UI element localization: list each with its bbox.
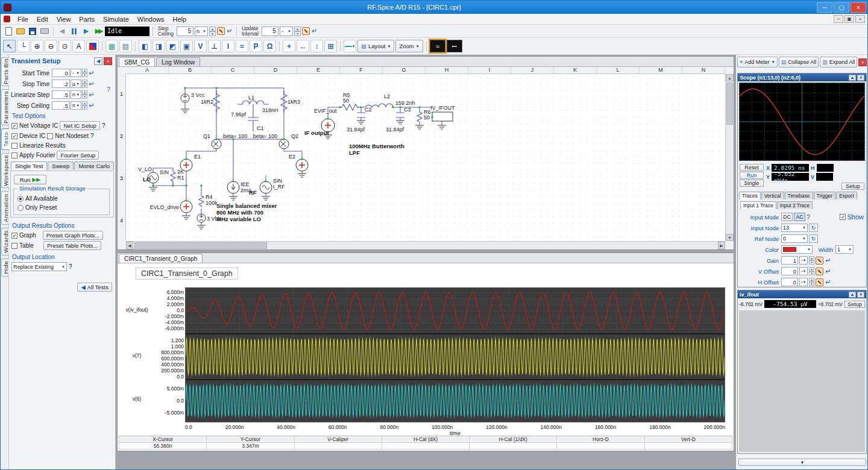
zoom-dropdown[interactable]: Zoom▼ [395,40,423,52]
pause-icon[interactable] [69,26,80,37]
maximize-button[interactable]: ▢ [834,2,849,13]
v-offset-stepper[interactable]: ▲▼ [809,267,814,275]
ifout-setup-button[interactable]: Setup [844,301,865,308]
tab-vertical[interactable]: Vertical [761,192,784,199]
h-offset-input[interactable]: 0 [781,278,798,286]
scroll-thumb[interactable] [134,242,267,249]
linearize-results-checkbox[interactable] [11,143,17,149]
apply-fourier-checkbox[interactable] [11,152,17,158]
scroll-down-icon[interactable]: ▼ [726,234,734,241]
scroll-thumb[interactable] [726,83,733,125]
add-meter-button[interactable]: +Add Meter▼ [737,57,778,67]
ground-tool-icon[interactable]: ⊥ [208,40,221,52]
panel-scroll-down-button[interactable]: ▼ [738,459,866,466]
tab-input1-trace[interactable]: Input 1 Trace [740,201,776,209]
linearize-step-input[interactable]: .5 [52,90,70,99]
graph-checkbox[interactable]: ✓ [11,233,17,239]
impedance-tool-icon[interactable]: Ω [263,40,276,52]
save-icon[interactable] [27,26,38,37]
h-offset-unit-dropdown[interactable]: -▼ [799,278,808,286]
mdi-restore-icon[interactable]: ▣ [844,15,854,23]
scope-display-button[interactable]: ≈ [430,40,445,52]
align-horizontal-icon[interactable]: ↔ [297,40,309,52]
preset-graph-plots-button[interactable]: Preset Graph Plots... [43,231,103,240]
tab-sweep[interactable]: Sweep [48,161,74,170]
sidebar-tab-animation[interactable]: Animation [1,191,9,225]
color-tool-icon[interactable] [86,40,99,52]
apply-icon[interactable]: ↵ [311,27,318,35]
stop-time-unit-dropdown[interactable]: µ▼ [71,80,81,88]
zoom-window-icon[interactable]: ⊙ [58,40,71,52]
fourier-setup-button[interactable]: Fourier Setup [57,151,99,160]
scroll-right-icon[interactable]: ▶ [718,242,725,249]
step-ceiling-unit-dropdown[interactable]: n▼ [195,27,208,36]
device-ic-checkbox[interactable]: ✓ [11,133,17,139]
tab-single-test[interactable]: Single Test [11,161,47,170]
menu-item[interactable]: Parts [75,15,99,24]
help-text[interactable]: ? [102,122,105,129]
v-offset-input[interactable]: 0 [781,267,798,275]
net-nodeset-checkbox[interactable] [47,133,53,139]
randomize-icon[interactable] [302,27,310,35]
show-checkbox[interactable]: ✓ [840,214,846,220]
plot-area[interactable] [185,287,725,422]
meter-display-button[interactable]: ••• [447,40,462,52]
sidebar-tab-hide[interactable]: Hide [1,258,9,277]
stop-time-stepper[interactable]: ▲▼ [82,80,87,88]
collapse-all-button[interactable]: ▤Collapse All [779,57,819,67]
apply-icon[interactable]: ↵ [825,268,832,275]
help-text[interactable]: ? [807,213,810,221]
gain-input[interactable]: 1 [781,256,798,265]
scope-setup-button[interactable]: Setup [841,183,864,190]
tab-log-window[interactable]: Log Window [156,57,200,66]
menu-item[interactable]: View [52,15,75,24]
step-back-icon[interactable]: ◀ [57,26,68,37]
close-icon[interactable]: × [857,292,864,298]
linearize-step-stepper[interactable]: ▲▼ [82,90,87,99]
collapse-icon[interactable]: ▲ [849,75,856,81]
apply-icon[interactable]: ↵ [88,69,95,77]
text-tool-icon[interactable]: A [72,40,85,52]
grid-toggle-icon[interactable]: ▦ [105,40,118,52]
close-meter-panel-icon[interactable]: × [858,58,867,66]
mdi-minimize-icon[interactable]: ─ [834,15,843,23]
select-tool-icon[interactable]: ↖ [3,40,16,52]
output-location-dropdown[interactable]: Replace Existing▼ [11,262,67,271]
distribute-icon[interactable]: ⊞ [324,40,337,52]
sidebar-tab-tests[interactable]: Tests [1,128,9,150]
tab-timebase[interactable]: Timebase [785,192,813,199]
close-icon[interactable]: × [857,75,864,81]
expand-all-button[interactable]: ▥Expand All [820,57,857,67]
refresh-icon[interactable]: ↻ [809,224,818,232]
play-icon[interactable]: ▶ [81,26,92,37]
step-ceiling-input[interactable]: 5 [177,27,193,36]
sidebar-tab-parts-bin[interactable]: Parts Bin [1,57,9,86]
align-vertical-icon[interactable]: ↕ [310,40,323,52]
wire-tool-icon[interactable]: └ [17,40,30,52]
menu-item[interactable]: Windows [133,15,169,24]
apply-icon[interactable]: ↵ [226,27,233,35]
h-offset-stepper[interactable]: ▲▼ [809,278,814,286]
run-button[interactable]: Run▶▶ [14,175,46,184]
start-time-input[interactable]: 0 [52,69,70,77]
sidebar-tab-workspace[interactable]: Workspace [1,153,9,188]
v-offset-unit-dropdown[interactable]: -▼ [799,267,808,275]
tab-traces[interactable]: Traces [739,192,761,199]
mdi-close-icon[interactable]: × [855,15,865,23]
help-text[interactable]: ? [107,86,110,93]
net-label-tool-icon[interactable]: ◩ [166,40,179,52]
update-interval-unit-dropdown[interactable]: -▼ [280,27,293,36]
randomize-icon[interactable] [816,268,823,275]
node-tool-icon[interactable]: ◨ [153,40,165,52]
sidebar-tab-parameters[interactable]: Parameters [1,89,9,125]
step-ceiling-input[interactable]: .5 [52,101,70,110]
waveform-probe-icon[interactable]: ≈ [236,40,248,52]
port-tool-icon[interactable]: P [250,40,262,52]
gain-unit-dropdown[interactable]: -▼ [799,256,808,265]
current-probe-icon[interactable]: I [222,40,234,52]
apply-icon[interactable]: ↵ [88,80,95,88]
zoom-in-icon[interactable]: ⊕ [31,40,43,52]
scope-run-button[interactable]: Run [740,172,764,179]
menu-item[interactable]: File [13,15,33,24]
help-text[interactable]: ? [90,133,94,139]
